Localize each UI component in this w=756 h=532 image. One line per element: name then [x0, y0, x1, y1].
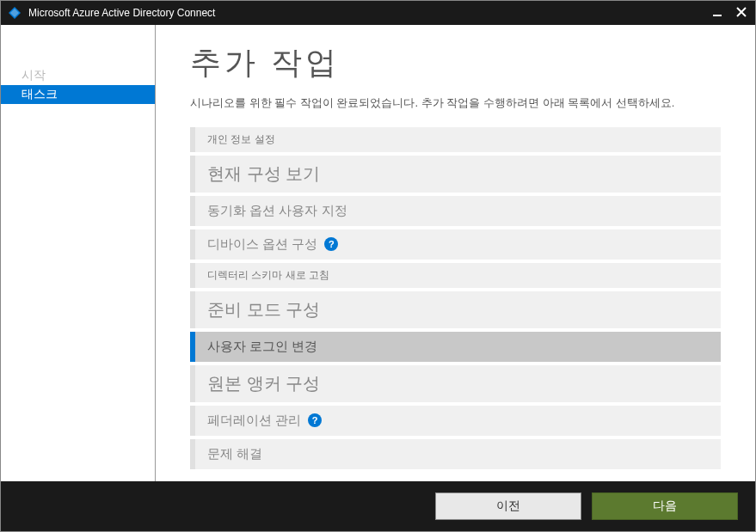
page-title: 추가 작업 [190, 42, 721, 84]
previous-button[interactable]: 이전 [435, 492, 581, 520]
task-device-options[interactable]: 디바이스 옵션 구성 ? [190, 229, 721, 260]
app-window: Microsoft Azure Active Directory Connect… [0, 0, 756, 532]
sidebar-item-label: 시작 [22, 68, 46, 82]
task-staging-mode[interactable]: 준비 모드 구성 [190, 291, 721, 328]
svg-rect-2 [713, 15, 722, 16]
task-label: 동기화 옵션 사용자 지정 [207, 203, 347, 219]
task-federation[interactable]: 페더레이션 관리 ? [190, 406, 721, 436]
help-icon[interactable]: ? [308, 413, 322, 427]
app-icon [8, 6, 22, 20]
page-subtitle: 시나리오를 위한 필수 작업이 완료되었습니다. 추가 작업을 수행하려면 아래… [190, 95, 721, 112]
titlebar: Microsoft Azure Active Directory Connect [1, 1, 755, 25]
task-label: 원본 앵커 구성 [207, 372, 320, 395]
task-label: 페더레이션 관리 [207, 413, 301, 429]
task-view-config[interactable]: 현재 구성 보기 [190, 156, 721, 193]
sidebar-item-start[interactable]: 시작 [1, 66, 155, 85]
task-label: 사용자 로그인 변경 [207, 339, 317, 355]
task-privacy-settings[interactable]: 개인 정보 설정 [190, 127, 721, 152]
task-change-signin[interactable]: 사용자 로그인 변경 [190, 332, 721, 362]
window-controls [710, 6, 748, 20]
task-label: 개인 정보 설정 [207, 132, 275, 147]
sidebar: 시작 태스크 [1, 25, 156, 481]
window-title: Microsoft Azure Active Directory Connect [28, 7, 710, 19]
task-label: 문제 해결 [207, 446, 262, 462]
task-label: 현재 구성 보기 [207, 162, 320, 186]
task-source-anchor[interactable]: 원본 앵커 구성 [190, 365, 721, 402]
task-label: 디바이스 옵션 구성 [207, 236, 317, 253]
close-button[interactable] [734, 6, 748, 20]
task-list: 개인 정보 설정 현재 구성 보기 동기화 옵션 사용자 지정 디바이스 옵션 … [190, 127, 721, 469]
task-label: 준비 모드 구성 [207, 298, 320, 321]
main-content: 추가 작업 시나리오를 위한 필수 작업이 완료되었습니다. 추가 작업을 수행… [156, 25, 755, 481]
footer: 이전 다음 [1, 481, 755, 531]
task-label: 디렉터리 스키마 새로 고침 [207, 268, 329, 283]
sidebar-item-label: 태스크 [22, 87, 58, 101]
next-button[interactable]: 다음 [592, 492, 738, 520]
sidebar-item-tasks[interactable]: 태스크 [1, 85, 155, 104]
task-refresh-schema[interactable]: 디렉터리 스키마 새로 고침 [190, 263, 721, 288]
task-troubleshoot[interactable]: 문제 해결 [190, 439, 721, 469]
minimize-button[interactable] [710, 6, 724, 20]
help-icon[interactable]: ? [324, 237, 338, 251]
content-area: 시작 태스크 추가 작업 시나리오를 위한 필수 작업이 완료되었습니다. 추가… [1, 25, 755, 481]
task-customize-sync[interactable]: 동기화 옵션 사용자 지정 [190, 196, 721, 226]
